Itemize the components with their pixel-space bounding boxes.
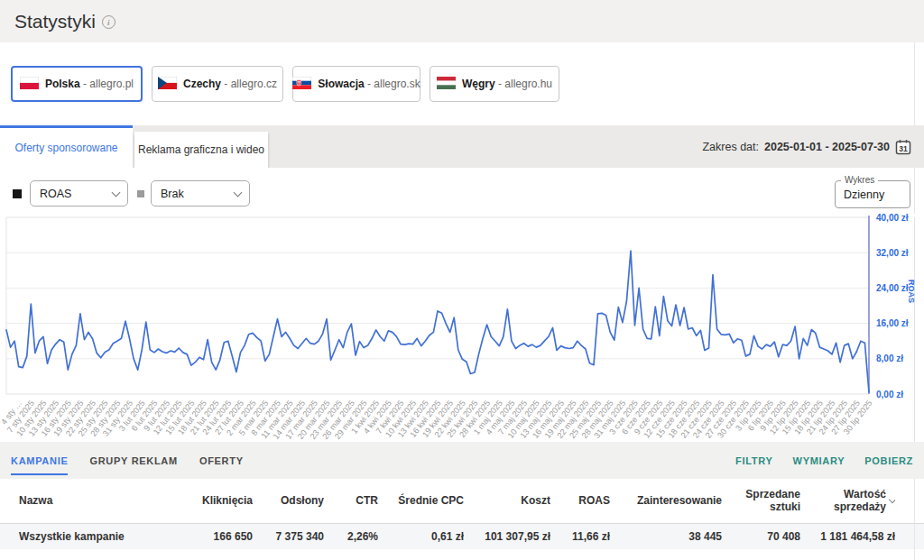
column-header--rednie-cpc[interactable]: Średnie CPC: [378, 479, 464, 523]
cell-1: 166 650: [154, 523, 253, 549]
chart-type-label: Wykres: [841, 175, 878, 185]
report-tabs: KAMPANIEGRUPY REKLAMOFERTYFILTRYWYMIARYP…: [0, 442, 924, 479]
cell-4: 0,61 zł: [378, 523, 464, 549]
campaign-table: NazwaKliknięciaOdsłonyCTRŚrednie CPCKosz…: [0, 479, 924, 560]
metric-select[interactable]: ROAS: [30, 180, 128, 207]
svg-text:8,00 zł: 8,00 zł: [876, 353, 903, 363]
subtab-kampanie[interactable]: KAMPANIE: [11, 442, 68, 479]
calendar-icon[interactable]: 31: [895, 139, 911, 155]
svg-text:32,00 zł: 32,00 zł: [876, 248, 909, 258]
country-button-allegro.cz[interactable]: Czechy - allegro.cz: [152, 66, 283, 102]
chart-type-select[interactable]: Wykres Dzienny: [835, 180, 910, 208]
svg-text:40,00 zł: 40,00 zł: [876, 214, 909, 223]
sort-icon[interactable]: [889, 496, 895, 503]
column-header-koszt[interactable]: Koszt: [464, 479, 550, 523]
table-row: Wszystkie kampanie166 6507 375 3402,26%0…: [0, 523, 924, 549]
tab-reklama-graficzna[interactable]: Reklama graficzna i wideo: [134, 132, 268, 168]
compare-select[interactable]: Brak: [151, 180, 250, 207]
svg-text:ROAS: ROAS: [907, 280, 916, 303]
column-header-sprzedane-sztuki[interactable]: Sprzedane sztuki: [722, 479, 800, 523]
flag-icon-hu: [437, 77, 456, 92]
subtab-grupy-reklam[interactable]: GRUPY REKLAM: [89, 442, 177, 479]
column-header-warto-sprzeda-y[interactable]: Wartość sprzedaży: [800, 479, 895, 523]
cell-0: Wszystkie kampanie: [0, 523, 154, 549]
action-pobierz[interactable]: POBIERZ: [864, 455, 913, 466]
svg-text:16,00 zł: 16,00 zł: [876, 318, 909, 328]
cell-6: 11,66 zł: [550, 523, 610, 549]
cell-2: 7 375 340: [253, 523, 324, 549]
cell-3: 2,26%: [324, 523, 378, 549]
country-selector: Polska - allegro.plCzechy - allegro.czSł…: [0, 42, 924, 125]
svg-text:31: 31: [899, 143, 908, 152]
action-wymiary[interactable]: WYMIARY: [793, 455, 845, 466]
date-range-value: 2025-01-01 - 2025-07-30: [764, 141, 890, 153]
flag-icon-sk: [292, 77, 311, 92]
column-header-klikni-cia[interactable]: Kliknięcia: [154, 479, 253, 523]
tab-oferty-sponsorowane[interactable]: Oferty sponsorowane: [0, 125, 133, 168]
country-button-allegro.sk[interactable]: Słowacja - allegro.sk: [292, 66, 420, 102]
column-header-ctr[interactable]: CTR: [324, 479, 378, 523]
table-header-row: NazwaKliknięciaOdsłonyCTRŚrednie CPCKosz…: [0, 479, 924, 523]
cell-7: 38 445: [610, 523, 722, 549]
svg-text:24,00 zł: 24,00 zł: [876, 283, 909, 293]
chart-controls: ROAS Brak Wykres Dzienny: [0, 168, 924, 214]
cell-8: 70 408: [722, 523, 800, 549]
flag-icon-cz: [158, 77, 177, 92]
country-button-allegro.pl[interactable]: Polska - allegro.pl: [11, 66, 143, 102]
roas-chart: 40,00 zł32,00 zł24,00 zł16,00 zł8,00 zł0…: [0, 214, 924, 442]
compare-series-marker: [137, 190, 144, 197]
roas-chart-section: 40,00 zł32,00 zł24,00 zł16,00 zł8,00 zł0…: [0, 214, 924, 442]
top-header: Statystyki i: [0, 0, 924, 42]
subtab-oferty[interactable]: OFERTY: [199, 442, 244, 479]
country-button-allegro.hu[interactable]: Węgry - allegro.hu: [430, 66, 559, 102]
page-title: Statystyki: [14, 11, 96, 32]
chevron-down-icon: [234, 188, 243, 197]
info-icon[interactable]: i: [102, 15, 116, 29]
date-range-label: Zakres dat:: [702, 141, 759, 153]
cell-9: 1 181 464,58 zł: [800, 523, 895, 549]
chevron-down-icon: [112, 188, 121, 197]
date-range-picker[interactable]: Zakres dat: 2025-01-01 - 2025-07-30 31: [702, 125, 911, 168]
metric-series-marker: [13, 189, 22, 198]
svg-text:0,00 zł: 0,00 zł: [876, 390, 903, 399]
main-tabs: Oferty sponsorowane Reklama graficzna i …: [0, 125, 924, 168]
action-filtry[interactable]: FILTRY: [735, 455, 772, 466]
table-actions: FILTRYWYMIARYPOBIERZ: [735, 442, 924, 479]
column-header-zainteresowanie[interactable]: Zainteresowanie: [610, 479, 722, 523]
flag-icon-pl: [20, 77, 39, 92]
column-header-nazwa[interactable]: Nazwa: [0, 479, 154, 523]
column-header-ods-ony[interactable]: Odsłony: [253, 479, 324, 523]
column-header-roas[interactable]: ROAS: [550, 479, 610, 523]
cell-5: 101 307,95 zł: [464, 523, 550, 549]
roas-line: [6, 251, 869, 392]
